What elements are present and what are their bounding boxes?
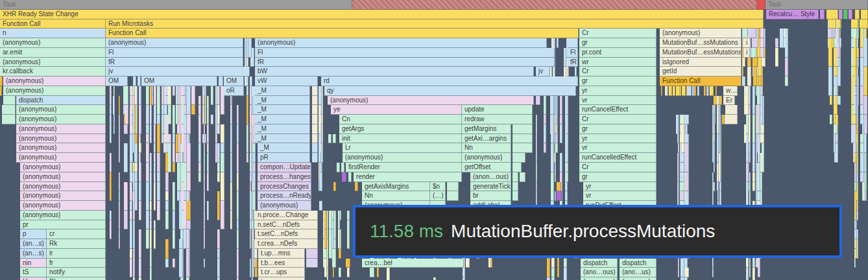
flame-bar[interactable]: lr [47, 249, 106, 259]
flame-bar-micro[interactable] [758, 191, 760, 201]
flame-bar-micro[interactable] [176, 86, 178, 105]
flame-bar-micro[interactable] [218, 86, 220, 105]
flame-bar[interactable]: (ano…ous) [581, 268, 618, 277]
flame-bar[interactable]: (anonymous) [328, 96, 534, 105]
flame-bar-micro[interactable] [199, 143, 201, 163]
flame-bar-micro[interactable] [551, 277, 555, 280]
flame-bar-micro[interactable] [157, 153, 160, 172]
flame-bar[interactable]: pr [20, 220, 106, 229]
flame-bar[interactable] [757, 0, 766, 10]
flame-bar[interactable]: t.setC…nDefs [255, 229, 318, 239]
flame-bar-micro[interactable] [157, 182, 160, 201]
flame-bar-micro[interactable] [217, 229, 220, 249]
flame-bar-micro[interactable] [756, 163, 757, 172]
flame-bar-micro[interactable] [839, 38, 841, 48]
flame-bar-micro[interactable] [132, 115, 133, 124]
flame-bar-micro[interactable] [828, 38, 832, 67]
flame-bar-micro[interactable] [130, 249, 132, 259]
flame-bar-micro[interactable] [854, 86, 856, 96]
flame-bar-micro[interactable] [139, 182, 141, 201]
flame-bar-micro[interactable] [327, 268, 328, 280]
flame-bar[interactable]: (anonymous) [16, 124, 106, 134]
flame-bar[interactable] [312, 115, 318, 124]
flame-bar-micro[interactable] [217, 172, 220, 182]
flame-bar-micro[interactable] [320, 163, 322, 172]
flame-bar-micro[interactable] [252, 191, 253, 211]
flame-bar-micro[interactable] [762, 143, 764, 172]
flame-bar-micro[interactable] [712, 268, 714, 277]
flame-bar-micro[interactable] [320, 143, 322, 153]
flame-bar-micro[interactable] [146, 182, 149, 211]
flame-bar-micro[interactable] [165, 201, 169, 211]
flame-bar-micro[interactable] [176, 153, 178, 163]
flame-bar-micro[interactable] [230, 124, 232, 153]
flame-bar-micro[interactable] [681, 163, 684, 172]
flame-bar-micro[interactable] [133, 96, 135, 105]
flame-bar-micro[interactable] [184, 96, 186, 105]
flame-bar-micro[interactable] [551, 268, 555, 277]
flame-bar-micro[interactable] [863, 143, 864, 172]
flame-bar[interactable]: fr [47, 259, 106, 268]
flame-bar[interactable]: (anonymous) [16, 105, 106, 115]
flame-bar-micro[interactable] [130, 182, 132, 201]
flame-bar-micro[interactable] [217, 143, 220, 163]
flame-bar-micro[interactable] [132, 172, 133, 182]
flame-bar-micro[interactable] [132, 163, 133, 172]
flame-bar-micro[interactable] [204, 86, 205, 96]
flame-bar-micro[interactable] [673, 86, 675, 96]
flame-bar-micro[interactable] [756, 191, 757, 201]
flame-bar-micro[interactable] [566, 134, 568, 163]
flame-bar-micro[interactable] [834, 124, 838, 134]
flame-bar-micro[interactable] [717, 182, 719, 191]
flame-bar-micro[interactable] [566, 115, 568, 134]
flame-bar[interactable]: _M [258, 143, 310, 153]
flame-bar-micro[interactable] [204, 96, 205, 124]
flame-bar[interactable]: (anonymous) [660, 29, 741, 38]
flame-bar[interactable]: Run Microtasks [106, 19, 764, 29]
flame-bar[interactable]: OM [224, 76, 244, 86]
flame-bar-micro[interactable] [557, 38, 559, 48]
flame-bar-micro[interactable] [173, 229, 175, 249]
flame-bar-micro[interactable] [560, 124, 562, 143]
flame-bar-micro[interactable] [746, 268, 749, 280]
flame-bar-micro[interactable] [714, 143, 715, 172]
flame-bar-micro[interactable] [743, 58, 745, 67]
flame-bar-micro[interactable] [199, 115, 201, 143]
flame-bar[interactable] [333, 182, 336, 191]
flame-bar[interactable]: vr [579, 96, 657, 105]
flame-bar-micro[interactable] [130, 211, 132, 220]
flame-bar[interactable]: generateTick [470, 182, 511, 191]
flame-bar[interactable]: render [354, 172, 462, 182]
flame-bar[interactable]: pR [258, 153, 310, 163]
flame-bar-micro[interactable] [165, 191, 169, 201]
flame-bar-micro[interactable] [187, 172, 191, 191]
flame-bar-micro[interactable] [758, 86, 760, 105]
flame-bar[interactable] [826, 10, 838, 19]
flame-bar[interactable]: runCancelEffect [579, 105, 657, 115]
flame-bar[interactable] [0, 86, 2, 96]
flame-bar-micro[interactable] [834, 96, 838, 115]
flame-bar[interactable]: MutationBuf…ssMutations [660, 38, 741, 48]
flame-bar[interactable]: processChanges [258, 182, 311, 191]
flame-bar[interactable]: Fl [106, 48, 243, 58]
flame-bar-micro[interactable] [370, 268, 374, 277]
flame-bar-micro[interactable] [154, 143, 156, 153]
flame-bar-micro[interactable] [136, 143, 138, 163]
flame-bar[interactable]: (anonymous) [20, 191, 106, 201]
flame-bar-micro[interactable] [215, 134, 217, 143]
flame-bar[interactable]: vr [579, 143, 657, 153]
flame-bar[interactable]: OM [141, 76, 217, 86]
flame-bar-micro[interactable] [556, 96, 557, 124]
flame-bar[interactable]: MutationBuf…essMutations [660, 48, 741, 58]
flame-bar-micro[interactable] [837, 29, 839, 58]
flame-bar-micro[interactable] [320, 105, 322, 115]
flame-bar-micro[interactable] [187, 115, 191, 134]
flame-bar-micro[interactable] [207, 124, 209, 143]
flame-bar[interactable]: (anonymous) [0, 38, 106, 48]
flame-bar-micro[interactable] [124, 124, 128, 134]
flame-bar-micro[interactable] [157, 124, 160, 153]
flame-bar-micro[interactable] [536, 115, 537, 134]
flame-bar-micro[interactable] [704, 86, 706, 96]
flame-bar[interactable] [219, 76, 223, 86]
flame-bar[interactable] [2, 115, 16, 124]
